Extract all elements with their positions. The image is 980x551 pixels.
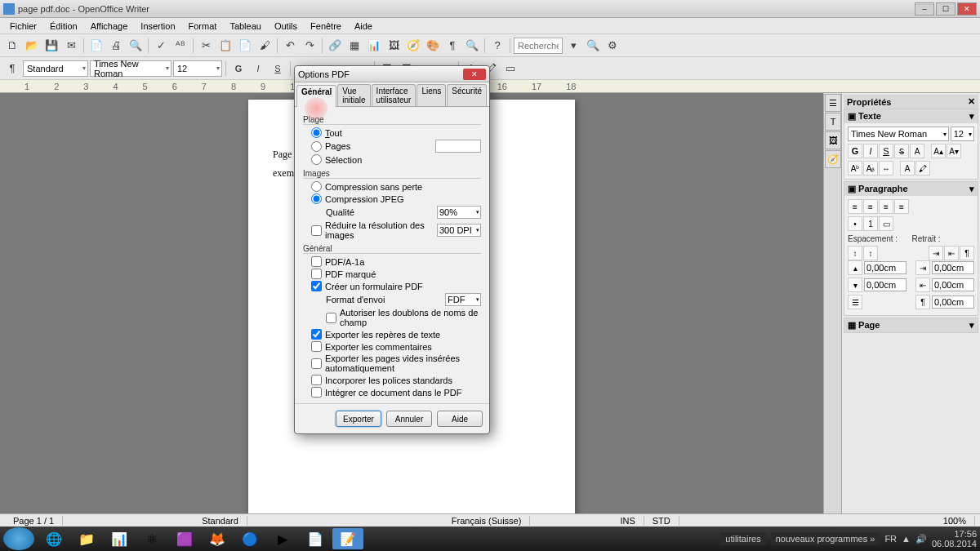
submit-format-combo[interactable]: FDF <box>445 293 481 306</box>
sb-inc-indent-icon[interactable]: ⇥ <box>929 246 943 260</box>
sb-spacing-below[interactable]: 0,00cm <box>864 278 906 291</box>
sb-indent-after[interactable]: 0,00cm <box>932 278 974 291</box>
embed-doc-checkbox[interactable] <box>311 387 322 398</box>
pdfa-checkbox[interactable] <box>311 256 322 267</box>
sb-dec-spacing-icon[interactable]: ↕ <box>863 246 878 260</box>
sb-hanging-icon[interactable]: ¶ <box>960 246 974 260</box>
taskbar-app-icon[interactable]: 🟪 <box>169 528 200 549</box>
sidebar-close-icon[interactable]: ✕ <box>968 96 975 107</box>
sb-shrink-icon[interactable]: A▾ <box>947 144 961 158</box>
background-icon[interactable]: ▭ <box>501 60 519 78</box>
font-size-combo[interactable]: 12 <box>173 60 222 77</box>
taskbar-writer-icon[interactable]: 📝 <box>332 528 363 549</box>
taskbar-lang[interactable]: FR <box>884 534 897 544</box>
sb-fontcolor-icon[interactable]: A <box>900 161 915 176</box>
form-checkbox[interactable] <box>311 281 322 291</box>
search-next-icon[interactable]: ▾ <box>564 37 582 55</box>
sidebar-tab-gallery[interactable]: 🖼 <box>825 131 841 149</box>
sb-dec-indent-icon[interactable]: ⇤ <box>944 246 959 260</box>
search-options-icon[interactable]: ⚙ <box>604 37 621 55</box>
close-button[interactable]: ✕ <box>957 2 977 16</box>
sb-highlight-icon[interactable]: 🖍 <box>915 161 930 176</box>
range-selection-radio[interactable] <box>311 154 322 165</box>
tab-initial-view[interactable]: Vue initiale <box>337 84 370 106</box>
underline-icon[interactable]: S <box>269 60 287 78</box>
format-paintbrush-icon[interactable]: 🖌 <box>256 37 274 55</box>
sb-linespacing-icon[interactable]: ☰ <box>848 295 862 309</box>
menu-outils[interactable]: Outils <box>268 20 304 33</box>
menu-fichier[interactable]: Fichier <box>3 20 43 33</box>
image-icon[interactable]: 🖼 <box>385 37 403 55</box>
sb-font-combo[interactable]: Times New Roman <box>848 127 949 141</box>
print-icon[interactable]: 🖨 <box>107 37 125 55</box>
status-language[interactable]: Français (Suisse) <box>443 516 531 526</box>
open-icon[interactable]: 📂 <box>23 37 41 55</box>
sb-bold-icon[interactable]: G <box>848 144 862 158</box>
taskbar-date[interactable]: 06.08.2014 <box>932 539 977 549</box>
taskbar-app-icon[interactable]: ⚛ <box>136 528 167 549</box>
sidebar-tab-navigator[interactable]: 🧭 <box>825 150 841 168</box>
menu-tableau[interactable]: Tableau <box>223 20 268 33</box>
paste-icon[interactable]: 📄 <box>236 37 254 55</box>
sb-before-icon[interactable]: ⇥ <box>915 260 930 275</box>
new-icon[interactable]: 🗋 <box>3 37 21 55</box>
tray-icon[interactable]: 🔊 <box>915 534 927 544</box>
sb-bgcolor-icon[interactable]: ▭ <box>879 216 893 231</box>
sb-fontsize-combo[interactable]: 12 <box>951 127 974 141</box>
sidebar-tab-styles[interactable]: T <box>825 113 841 131</box>
styles-icon[interactable]: ¶ <box>3 60 21 78</box>
copy-icon[interactable]: 📋 <box>216 37 234 55</box>
sb-firstline-icon[interactable]: ¶ <box>915 295 930 309</box>
text-panel-header[interactable]: ▣ Texte▾ <box>844 109 978 123</box>
dialog-close-button[interactable]: ✕ <box>463 69 486 80</box>
maximize-button[interactable]: ☐ <box>936 2 956 16</box>
gallery-icon[interactable]: 🎨 <box>424 37 442 55</box>
sb-super-icon[interactable]: Aᵇ <box>848 161 862 176</box>
taskbar-chrome-icon[interactable]: 🔵 <box>234 528 265 549</box>
sb-sub-icon[interactable]: Aᵦ <box>863 161 878 176</box>
sb-numbers-icon[interactable]: 1 <box>863 216 878 231</box>
reduce-res-checkbox[interactable] <box>311 225 322 236</box>
table-icon[interactable]: ▦ <box>345 37 363 55</box>
pages-input[interactable] <box>435 140 481 153</box>
taskbar-explorer-icon[interactable]: 📁 <box>71 528 102 549</box>
status-selection[interactable]: STD <box>644 516 679 526</box>
menu-aide[interactable]: Aide <box>348 20 379 33</box>
status-zoom[interactable]: 100% <box>935 516 975 526</box>
cut-icon[interactable]: ✂ <box>197 37 215 55</box>
paragraph-style-combo[interactable]: Standard <box>23 60 88 77</box>
sb-strike-icon[interactable]: S̶ <box>894 144 909 158</box>
status-insert[interactable]: INS <box>612 516 644 526</box>
lossless-radio[interactable] <box>311 181 322 192</box>
jpeg-radio[interactable] <box>311 193 322 204</box>
range-pages-radio[interactable] <box>311 141 322 152</box>
cancel-button[interactable]: Annuler <box>386 411 432 427</box>
search-prev-icon[interactable]: 🔍 <box>584 37 602 55</box>
horizontal-ruler[interactable]: 123 456 789 101112 131415 161718 <box>0 80 980 93</box>
sb-below-icon[interactable]: ▾ <box>848 278 862 292</box>
font-name-combo[interactable]: Times New Roman <box>90 60 172 77</box>
tab-links[interactable]: Liens <box>416 84 446 106</box>
menu-fenetre[interactable]: Fenêtre <box>304 20 348 33</box>
save-icon[interactable]: 💾 <box>42 37 60 55</box>
nonprinting-icon[interactable]: ¶ <box>443 37 461 55</box>
bookmarks-checkbox[interactable] <box>311 329 322 340</box>
undo-icon[interactable]: ↶ <box>281 37 299 55</box>
menu-edition[interactable]: Édition <box>43 20 84 33</box>
redo-icon[interactable]: ↷ <box>301 37 318 55</box>
sb-underline-icon[interactable]: S <box>879 144 893 158</box>
empty-pages-checkbox[interactable] <box>311 358 322 369</box>
taskbar-folder-1[interactable]: utilitaires <box>720 532 765 545</box>
export-button[interactable]: Exporter <box>336 411 381 427</box>
sb-italic-icon[interactable]: I <box>863 144 878 158</box>
comments-checkbox[interactable] <box>311 341 322 352</box>
paragraph-panel-header[interactable]: ▣ Paragraphe▾ <box>844 182 978 196</box>
minimize-button[interactable]: – <box>915 2 934 16</box>
page-panel-header[interactable]: ▦ Page▾ <box>844 318 978 332</box>
tagged-checkbox[interactable] <box>311 269 322 279</box>
status-style[interactable]: Standard <box>194 516 247 526</box>
embed-fonts-checkbox[interactable] <box>311 375 322 385</box>
sb-indent-before[interactable]: 0,00cm <box>932 261 974 274</box>
sb-align-left-icon[interactable]: ≡ <box>848 199 862 214</box>
email-icon[interactable]: ✉ <box>62 37 80 55</box>
